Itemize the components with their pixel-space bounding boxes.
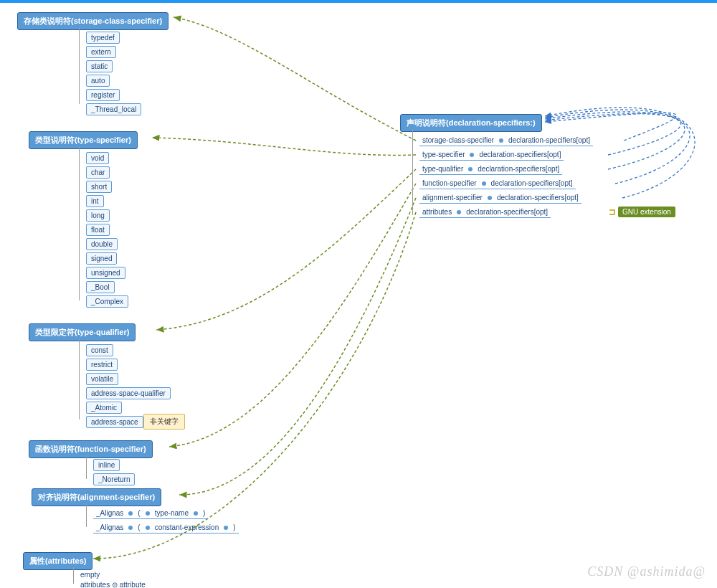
tree-connector — [79, 146, 80, 300]
attributes-row-empty: empty — [80, 571, 100, 580]
leaf-short: short — [86, 181, 112, 193]
leaf-double: double — [86, 238, 118, 250]
alignas-body: constant-expression — [152, 523, 222, 531]
header-type-specifier: 类型说明符(type-specifier) — [29, 131, 138, 149]
header-type-qualifier: 类型限定符(type-qualifier) — [29, 323, 136, 341]
leaf-long: long — [86, 209, 110, 222]
tree-connector — [79, 27, 80, 104]
leaf-complex: _Complex — [86, 295, 128, 308]
leaf-bool: _Bool — [86, 281, 115, 293]
leaf-register: register — [86, 89, 120, 101]
header-alignment-specifier: 对齐说明符(alignment-specifier) — [32, 488, 161, 506]
leaf-atomic: _Atomic — [86, 402, 122, 414]
attributes-row-recur: attributes ⊝ attribute — [80, 581, 146, 588]
leaf-inline: inline — [93, 459, 120, 471]
leaf-int: int — [86, 195, 104, 207]
leaf-thread-local: _Thread_local — [86, 103, 141, 115]
leaf-address-space-qualifier: address-space-qualifier — [86, 387, 171, 399]
declspec-rhs: declaration-specifiers[opt] — [475, 165, 562, 173]
header-function-specifier: 函数说明符(function-specifier) — [29, 440, 153, 458]
alignas-body: type-name — [152, 509, 191, 517]
top-bar — [0, 0, 717, 3]
tag-gnu-extension: GNU extension — [618, 207, 675, 217]
declspec-row-funcspec: function-specifierdeclaration-specifiers… — [419, 179, 576, 189]
declspec-row-attributes: attributesdeclaration-specifiers[opt] — [419, 208, 551, 218]
declspec-row-typespec: type-specifierdeclaration-specifiers[opt… — [419, 151, 564, 161]
declspec-lhs: function-specifier — [419, 179, 480, 187]
leaf-float: float — [86, 224, 110, 236]
declspec-rhs: declaration-specifiers[opt] — [463, 208, 551, 216]
tree-connector — [86, 503, 87, 527]
watermark: CSDN @ashimida@ — [587, 564, 706, 579]
header-attributes: 属性(attributes) — [23, 552, 92, 570]
tree-connector — [86, 455, 87, 479]
tree-connector — [73, 567, 74, 584]
leaf-auto: auto — [86, 75, 110, 87]
leaf-extern: extern — [86, 46, 116, 58]
tree-connector — [412, 129, 413, 215]
leaf-const: const — [86, 344, 113, 356]
leaf-volatile: volatile — [86, 373, 118, 385]
leaf-unsigned: unsigned — [86, 267, 125, 279]
declspec-lhs: storage-class-specifier — [419, 136, 497, 144]
declspec-lhs: attributes — [419, 208, 455, 216]
declspec-lhs: type-specifier — [419, 151, 467, 158]
declspec-rhs: declaration-specifiers[opt] — [476, 151, 564, 158]
leaf-typedef: typedef — [86, 32, 120, 44]
declspec-row-typequal: type-qualifierdeclaration-specifiers[opt… — [419, 165, 562, 175]
leaf-char: char — [86, 166, 110, 179]
leaf-noreturn: _Noreturn — [93, 473, 135, 485]
alignas-row-constexpr: _Alignas(constant-expression) — [93, 523, 239, 534]
alignas-row-typename: _Alignas(type-name) — [93, 509, 208, 519]
declspec-row-alignspec: alignment-specifierdeclaration-specifier… — [419, 194, 581, 204]
declspec-rhs: declaration-specifiers[opt] — [494, 194, 581, 201]
leaf-address-space: address-space — [86, 416, 143, 428]
alignas-head: _Alignas — [93, 509, 126, 517]
tree-connector — [79, 338, 80, 419]
declspec-rhs: declaration-specifiers[opt] — [488, 179, 576, 187]
declspec-lhs: alignment-specifier — [419, 194, 485, 201]
leaf-static: static — [86, 60, 113, 72]
header-storage-class-specifier: 存储类说明符(storage-class-specifier) — [17, 12, 168, 30]
alignas-head: _Alignas — [93, 523, 126, 531]
declspec-row-storage: storage-class-specifierdeclaration-speci… — [419, 136, 593, 146]
note-non-keyword: 非关键字 — [143, 414, 185, 430]
declspec-rhs: declaration-specifiers[opt] — [505, 136, 593, 144]
header-declaration-specifiers: 声明说明符(declaration-specifiers:) — [400, 114, 542, 132]
leaf-void: void — [86, 152, 109, 164]
leaf-signed: signed — [86, 252, 117, 265]
leaf-restrict: restrict — [86, 359, 118, 371]
declspec-lhs: type-qualifier — [419, 165, 466, 173]
